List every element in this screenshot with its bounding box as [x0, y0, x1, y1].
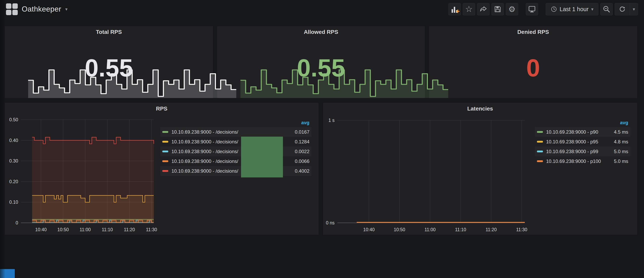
series-avg-value: 0.0066 — [291, 159, 310, 164]
bar-chart-plus-icon: + — [450, 5, 458, 13]
share-arrow-icon — [479, 5, 487, 13]
svg-text:11:30: 11:30 — [146, 227, 157, 232]
legend-row: 10.10.69.238:9000 - p954.8 ms — [535, 137, 630, 147]
time-range-picker[interactable]: Last 1 hour ▾ — [546, 3, 598, 15]
svg-text:0 ns: 0 ns — [326, 220, 334, 226]
series-color-swatch-icon[interactable] — [162, 170, 168, 172]
panel-total-rps: Total RPS 0.55 — [4, 26, 213, 98]
green-overlay-artifact — [241, 137, 283, 177]
series-name[interactable]: 10.10.69.238:9000 - /decisions/ — [172, 159, 238, 164]
svg-text:11:10: 11:10 — [455, 227, 466, 232]
series-color-swatch-icon[interactable] — [537, 151, 543, 152]
rps-legend: avg 10.10.69.238:9000 - /decisions/0.016… — [160, 118, 312, 176]
series-color-swatch-icon[interactable] — [537, 160, 543, 162]
legend-row: 10.10.69.238:9000 - /decisions/0.0167 — [160, 127, 312, 137]
refresh-interval-dropdown[interactable]: ▾ — [630, 3, 638, 15]
add-panel-button[interactable]: + — [448, 3, 461, 15]
svg-text:1 s: 1 s — [328, 118, 334, 123]
series-color-swatch-icon[interactable] — [162, 131, 168, 133]
series-avg-value: 5.0 ms — [610, 149, 628, 154]
refresh-caret-icon: ▾ — [633, 7, 635, 11]
stat-value: 0.55 — [5, 55, 213, 80]
stat-value: 0 — [429, 55, 637, 80]
legend-row: 10.10.69.238:9000 - p1005.0 ms — [535, 156, 630, 166]
share-dashboard-button[interactable] — [477, 3, 490, 15]
svg-text:11:00: 11:00 — [424, 227, 436, 232]
apps-grid-icon[interactable] — [6, 3, 18, 15]
svg-text:0.30: 0.30 — [9, 158, 18, 164]
svg-text:11:10: 11:10 — [102, 227, 113, 232]
blue-corner-artifact — [0, 269, 15, 278]
zoom-out-time-button[interactable] — [600, 3, 613, 15]
panel-allowed-rps: Allowed RPS 0.55 — [217, 26, 425, 98]
svg-text:11:30: 11:30 — [516, 227, 527, 232]
series-avg-value: 4.8 ms — [610, 139, 628, 145]
panel-title[interactable]: Latencies — [323, 106, 637, 112]
panel-latencies-graph: Latencies 1 s0 ns10:4010:5011:0011:1011:… — [323, 103, 638, 235]
series-color-swatch-icon[interactable] — [162, 141, 168, 143]
refresh-button-group: ▾ — [615, 3, 638, 15]
refresh-button[interactable] — [615, 3, 630, 15]
series-avg-value: 0.0167 — [291, 129, 310, 135]
panel-title[interactable]: Denied RPS — [429, 29, 637, 35]
clock-icon — [551, 6, 557, 12]
cycle-view-mode-button[interactable] — [526, 3, 538, 15]
series-color-swatch-icon[interactable] — [162, 151, 168, 152]
series-name[interactable]: 10.10.69.238:9000 - /decisions/ — [172, 149, 238, 154]
series-name[interactable]: 10.10.69.238:9000 - p95 — [546, 139, 598, 145]
monitor-icon — [528, 5, 536, 13]
dashboard-header: Oathkeeper ▾ + ☆ — [0, 0, 644, 18]
series-name[interactable]: 10.10.69.238:9000 - /decisions/ — [172, 168, 238, 174]
legend-avg-header[interactable]: avg — [160, 118, 312, 127]
svg-text:0: 0 — [16, 220, 18, 226]
refresh-icon — [618, 5, 626, 13]
latencies-legend: avg 10.10.69.238:9000 - p904.5 ms10.10.6… — [535, 118, 630, 166]
series-name[interactable]: 10.10.69.238:9000 - p90 — [546, 129, 598, 135]
panel-title[interactable]: Total RPS — [5, 29, 213, 35]
svg-text:10:40: 10:40 — [363, 227, 375, 232]
panel-denied-rps: Denied RPS 0 — [429, 26, 638, 98]
dashboard-settings-button[interactable]: ⚙ — [506, 3, 518, 15]
magnifier-minus-icon — [602, 5, 610, 13]
svg-text:0.40: 0.40 — [9, 138, 18, 143]
gear-icon: ⚙ — [508, 5, 516, 13]
series-avg-value: 4.5 ms — [610, 129, 628, 135]
time-range-caret-icon: ▾ — [591, 7, 594, 11]
save-dashboard-button[interactable] — [492, 3, 504, 15]
svg-text:0.10: 0.10 — [9, 200, 18, 205]
stat-value: 0.55 — [217, 55, 425, 80]
panel-title[interactable]: RPS — [5, 106, 318, 112]
star-icon: ☆ — [465, 5, 473, 13]
series-name[interactable]: 10.10.69.238:9000 - p99 — [546, 149, 598, 154]
panel-title[interactable]: Allowed RPS — [217, 29, 425, 35]
legend-row: 10.10.69.238:9000 - /decisions/0.0066 — [160, 156, 312, 166]
dashboard-title-caret-icon[interactable]: ▾ — [65, 7, 68, 11]
svg-text:10:50: 10:50 — [394, 227, 405, 232]
legend-row: 10.10.69.238:9000 - p995.0 ms — [535, 147, 630, 156]
series-avg-value: 0.4002 — [291, 168, 310, 174]
dashboard-title[interactable]: Oathkeeper — [22, 5, 61, 13]
series-color-swatch-icon[interactable] — [537, 141, 543, 143]
dashboard-toolbar: + ☆ ⚙ — [446, 3, 638, 15]
series-name[interactable]: 10.10.69.238:9000 - /decisions/ — [172, 139, 238, 145]
svg-text:0.50: 0.50 — [9, 117, 18, 122]
legend-row: 10.10.69.238:9000 - /decisions/0.4002 — [160, 166, 312, 176]
floppy-disk-icon — [494, 5, 502, 13]
svg-text:10:40: 10:40 — [35, 227, 47, 232]
legend-row: 10.10.69.238:9000 - /decisions/0.0022 — [160, 147, 312, 156]
svg-text:11:20: 11:20 — [486, 227, 497, 232]
panel-rps-graph: RPS 0.500.400.300.200.10010:4010:5011:00… — [4, 103, 319, 235]
series-color-swatch-icon[interactable] — [162, 160, 168, 162]
series-name[interactable]: 10.10.69.238:9000 - p100 — [546, 159, 601, 164]
svg-text:10:50: 10:50 — [57, 227, 69, 232]
legend-row: 10.10.69.238:9000 - p904.5 ms — [535, 127, 630, 137]
time-range-label: Last 1 hour — [560, 6, 588, 12]
legend-avg-header[interactable]: avg — [535, 118, 630, 127]
star-dashboard-button[interactable]: ☆ — [463, 3, 475, 15]
series-color-swatch-icon[interactable] — [537, 131, 543, 133]
svg-text:11:20: 11:20 — [124, 227, 135, 232]
series-avg-value: 0.1284 — [291, 139, 310, 145]
series-avg-value: 5.0 ms — [610, 159, 628, 164]
legend-row: 10.10.69.238:9000 - /decisions/0.1284 — [160, 137, 312, 147]
series-name[interactable]: 10.10.69.238:9000 - /decisions/ — [172, 129, 238, 135]
